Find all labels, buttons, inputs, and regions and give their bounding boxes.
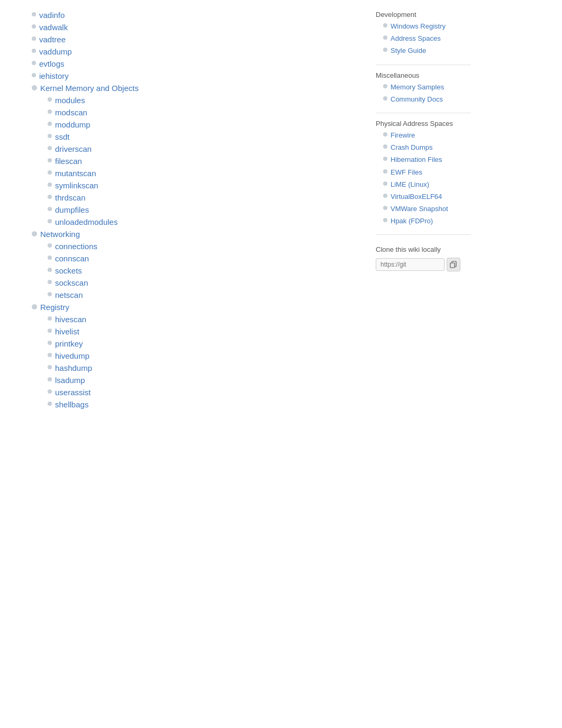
- list-item: netscan: [48, 290, 349, 299]
- bullet-icon: [32, 73, 36, 77]
- bullet-icon: [48, 292, 52, 296]
- bullet-icon: [32, 12, 36, 16]
- lime-linux-link[interactable]: LiME (Linux): [391, 180, 429, 189]
- bullet-icon: [48, 316, 52, 321]
- list-item: iehistory: [32, 71, 349, 80]
- divider: [376, 65, 471, 65]
- bullet-icon: [32, 231, 37, 236]
- hivedump-link[interactable]: hivedump: [55, 351, 89, 360]
- vmware-snapshot-link[interactable]: VMWare Snapshot: [391, 204, 448, 214]
- crash-dumps-link[interactable]: Crash Dumps: [391, 143, 432, 152]
- netscan-link[interactable]: netscan: [55, 290, 83, 299]
- bullet-icon: [383, 96, 387, 101]
- bullet-icon: [383, 23, 387, 28]
- userassist-link[interactable]: userassist: [55, 388, 91, 397]
- bullet-icon: [48, 341, 52, 345]
- virtualboxelf64-link[interactable]: VirtualBoxELF64: [391, 192, 442, 202]
- bullet-icon: [48, 377, 52, 381]
- list-item: filescan: [48, 157, 349, 166]
- clone-url-input[interactable]: [376, 258, 445, 271]
- miscellaneous-title: Miscellaneous: [376, 71, 471, 79]
- list-item: dumpfiles: [48, 205, 349, 214]
- hivelist-link[interactable]: hivelist: [55, 327, 79, 336]
- printkey-link[interactable]: printkey: [55, 339, 83, 348]
- list-item: modscan: [48, 108, 349, 117]
- bullet-icon: [32, 24, 36, 29]
- driverscan-link[interactable]: driverscan: [55, 144, 92, 153]
- lsadump-link[interactable]: lsadump: [55, 376, 85, 385]
- list-item: unloadedmodules: [48, 217, 349, 226]
- hibernation-files-link[interactable]: Hibernation Files: [391, 155, 442, 165]
- hivescan-link[interactable]: hivescan: [55, 315, 86, 324]
- list-item: printkey: [48, 339, 349, 348]
- list-item: connections: [48, 242, 349, 251]
- hpak-fdpro-link[interactable]: Hpak (FDPro): [391, 216, 433, 226]
- ssdt-link[interactable]: ssdt: [55, 132, 70, 141]
- divider: [376, 113, 471, 113]
- list-item: userassist: [48, 388, 349, 397]
- clone-section: Clone this wiki locally: [376, 245, 471, 271]
- shellbags-link[interactable]: shellbags: [55, 400, 88, 409]
- bullet-icon: [48, 110, 52, 114]
- vadtree-link[interactable]: vadtree: [39, 35, 66, 44]
- clone-copy-button[interactable]: [447, 258, 460, 271]
- development-title: Development: [376, 11, 471, 19]
- svg-rect-0: [450, 263, 455, 268]
- vaddump-link[interactable]: vaddump: [39, 47, 72, 56]
- windows-registry-link[interactable]: Windows Registry: [391, 22, 446, 31]
- list-item: evtlogs: [32, 59, 349, 68]
- vadinfo-link[interactable]: vadinfo: [39, 11, 65, 20]
- bullet-icon: [383, 132, 387, 136]
- copy-icon: [450, 261, 457, 268]
- sockets-link[interactable]: sockets: [55, 266, 82, 275]
- bullet-icon: [32, 61, 36, 65]
- list-item: hivelist: [48, 327, 349, 336]
- connections-link[interactable]: connections: [55, 242, 97, 251]
- symlinkscan-link[interactable]: symlinkscan: [55, 181, 98, 190]
- bullet-icon: [32, 49, 36, 53]
- sockscan-link[interactable]: sockscan: [55, 278, 88, 287]
- evtlogs-link[interactable]: evtlogs: [39, 59, 65, 68]
- bullet-icon: [48, 97, 52, 102]
- moddump-link[interactable]: moddump: [55, 120, 90, 129]
- thrdscan-link[interactable]: thrdscan: [55, 193, 86, 202]
- list-item: VirtualBoxELF64: [376, 192, 471, 202]
- modscan-link[interactable]: modscan: [55, 108, 87, 117]
- vadwalk-link[interactable]: vadwalk: [39, 23, 68, 32]
- bullet-icon: [383, 206, 387, 210]
- list-item: lsadump: [48, 376, 349, 385]
- bullet-icon: [48, 353, 52, 357]
- physical-address-spaces-title: Physical Address Spaces: [376, 120, 471, 128]
- ewf-files-link[interactable]: EWF Files: [391, 168, 422, 177]
- miscellaneous-section: Miscellaneous Memory Samples Community D…: [376, 71, 471, 104]
- dumpfiles-link[interactable]: dumpfiles: [55, 205, 89, 214]
- modules-link[interactable]: modules: [55, 96, 85, 105]
- networking-section: Networking: [32, 230, 349, 239]
- list-item: shellbags: [48, 400, 349, 409]
- list-item: vadinfo: [32, 11, 349, 20]
- bullet-icon: [32, 37, 36, 41]
- style-guide-link[interactable]: Style Guide: [391, 46, 426, 56]
- hashdump-link[interactable]: hashdump: [55, 363, 92, 372]
- list-item: connscan: [48, 254, 349, 263]
- bullet-icon: [48, 146, 52, 150]
- firewire-link[interactable]: Firewire: [391, 131, 415, 140]
- bullet-icon: [48, 256, 52, 260]
- bullet-icon: [383, 157, 387, 161]
- memory-samples-link[interactable]: Memory Samples: [391, 83, 444, 92]
- list-item: Hpak (FDPro): [376, 216, 471, 226]
- connscan-link[interactable]: connscan: [55, 254, 89, 263]
- bullet-icon: [383, 169, 387, 174]
- community-docs-link[interactable]: Community Docs: [391, 95, 443, 104]
- iehistory-link[interactable]: iehistory: [39, 71, 69, 80]
- top-items-list: vadinfo vadwalk vadtree vaddump evtlogs …: [32, 11, 349, 80]
- address-spaces-link[interactable]: Address Spaces: [391, 34, 441, 43]
- clone-title: Clone this wiki locally: [376, 245, 471, 253]
- unloadedmodules-link[interactable]: unloadedmodules: [55, 217, 117, 226]
- filescan-link[interactable]: filescan: [55, 157, 82, 166]
- bullet-icon: [48, 170, 52, 175]
- bullet-icon: [383, 84, 387, 88]
- list-item: hivescan: [48, 315, 349, 324]
- mutantscan-link[interactable]: mutantscan: [55, 169, 96, 178]
- list-item: driverscan: [48, 144, 349, 153]
